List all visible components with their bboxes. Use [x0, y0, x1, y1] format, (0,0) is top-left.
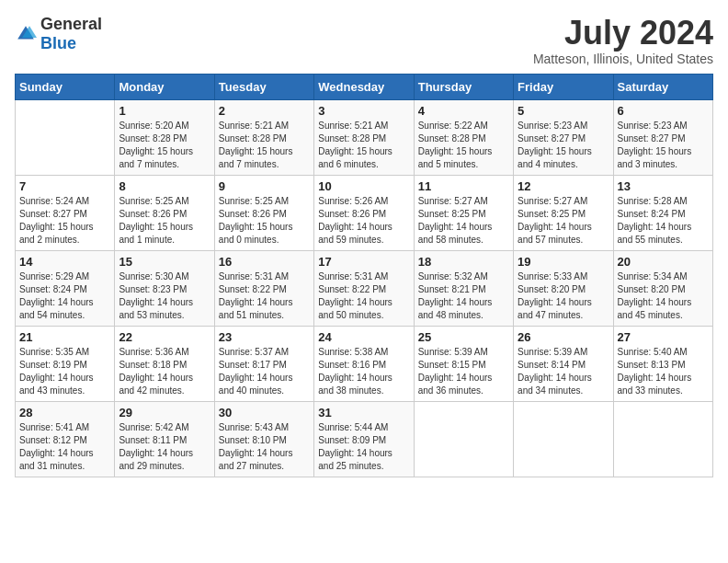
day-number: 3: [318, 104, 409, 118]
calendar-cell: 19Sunrise: 5:33 AM Sunset: 8:20 PM Dayli…: [514, 250, 613, 326]
day-detail: Sunrise: 5:29 AM Sunset: 8:24 PM Dayligh…: [19, 270, 110, 322]
logo-blue: Blue: [40, 34, 76, 52]
day-number: 23: [219, 330, 310, 344]
calendar-cell: 6Sunrise: 5:23 AM Sunset: 8:27 PM Daylig…: [613, 99, 712, 175]
calendar-cell: 17Sunrise: 5:31 AM Sunset: 8:22 PM Dayli…: [314, 250, 414, 326]
day-detail: Sunrise: 5:44 AM Sunset: 8:09 PM Dayligh…: [318, 421, 409, 473]
day-detail: Sunrise: 5:20 AM Sunset: 8:28 PM Dayligh…: [119, 120, 210, 171]
weekday-header-saturday: Saturday: [613, 74, 712, 99]
day-detail: Sunrise: 5:38 AM Sunset: 8:16 PM Dayligh…: [318, 346, 409, 397]
logo-icon: [15, 23, 37, 45]
calendar-cell: 21Sunrise: 5:35 AM Sunset: 8:19 PM Dayli…: [16, 326, 115, 401]
calendar-cell: [16, 99, 115, 175]
day-number: 17: [318, 255, 409, 269]
day-number: 13: [618, 179, 709, 193]
day-number: 12: [518, 179, 609, 193]
day-detail: Sunrise: 5:31 AM Sunset: 8:22 PM Dayligh…: [219, 270, 310, 322]
title-block: July 2024 Matteson, Illinois, United Sta…: [533, 15, 713, 66]
calendar-cell: 1Sunrise: 5:20 AM Sunset: 8:28 PM Daylig…: [115, 99, 214, 175]
calendar-cell: 12Sunrise: 5:27 AM Sunset: 8:25 PM Dayli…: [514, 175, 613, 250]
calendar-cell: [514, 401, 613, 477]
day-number: 24: [318, 330, 409, 344]
day-number: 6: [618, 104, 709, 118]
day-number: 21: [19, 330, 110, 344]
calendar-cell: 10Sunrise: 5:26 AM Sunset: 8:26 PM Dayli…: [314, 175, 414, 250]
day-detail: Sunrise: 5:24 AM Sunset: 8:27 PM Dayligh…: [19, 195, 110, 247]
calendar-cell: 2Sunrise: 5:21 AM Sunset: 8:28 PM Daylig…: [214, 99, 313, 175]
calendar-cell: 16Sunrise: 5:31 AM Sunset: 8:22 PM Dayli…: [214, 250, 313, 326]
calendar-cell: 23Sunrise: 5:37 AM Sunset: 8:17 PM Dayli…: [214, 326, 313, 401]
day-detail: Sunrise: 5:21 AM Sunset: 8:28 PM Dayligh…: [219, 120, 310, 171]
calendar-cell: 13Sunrise: 5:28 AM Sunset: 8:24 PM Dayli…: [613, 175, 712, 250]
day-number: 29: [119, 406, 210, 419]
weekday-header-monday: Monday: [115, 74, 214, 99]
day-detail: Sunrise: 5:28 AM Sunset: 8:24 PM Dayligh…: [618, 195, 709, 247]
weekday-header-wednesday: Wednesday: [314, 74, 414, 99]
day-number: 1: [119, 104, 210, 118]
day-number: 2: [219, 104, 310, 118]
calendar-cell: 28Sunrise: 5:41 AM Sunset: 8:12 PM Dayli…: [16, 401, 115, 477]
day-detail: Sunrise: 5:35 AM Sunset: 8:19 PM Dayligh…: [19, 346, 110, 397]
day-detail: Sunrise: 5:37 AM Sunset: 8:17 PM Dayligh…: [219, 346, 310, 397]
main-title: July 2024: [533, 15, 713, 52]
calendar-cell: 24Sunrise: 5:38 AM Sunset: 8:16 PM Dayli…: [314, 326, 414, 401]
calendar-cell: 26Sunrise: 5:39 AM Sunset: 8:14 PM Dayli…: [514, 326, 613, 401]
calendar-cell: 29Sunrise: 5:42 AM Sunset: 8:11 PM Dayli…: [115, 401, 214, 477]
weekday-header-tuesday: Tuesday: [214, 74, 313, 99]
day-detail: Sunrise: 5:25 AM Sunset: 8:26 PM Dayligh…: [119, 195, 210, 247]
calendar-week-row: 21Sunrise: 5:35 AM Sunset: 8:19 PM Dayli…: [16, 326, 713, 401]
day-detail: Sunrise: 5:21 AM Sunset: 8:28 PM Dayligh…: [318, 120, 409, 171]
calendar-cell: 22Sunrise: 5:36 AM Sunset: 8:18 PM Dayli…: [115, 326, 214, 401]
day-detail: Sunrise: 5:39 AM Sunset: 8:15 PM Dayligh…: [418, 346, 509, 397]
weekday-header-friday: Friday: [514, 74, 613, 99]
day-number: 25: [418, 330, 509, 344]
day-number: 10: [318, 179, 409, 193]
day-number: 19: [518, 255, 609, 269]
calendar-cell: 18Sunrise: 5:32 AM Sunset: 8:21 PM Dayli…: [414, 250, 513, 326]
day-detail: Sunrise: 5:34 AM Sunset: 8:20 PM Dayligh…: [618, 270, 709, 322]
day-detail: Sunrise: 5:41 AM Sunset: 8:12 PM Dayligh…: [19, 421, 110, 473]
calendar-cell: 4Sunrise: 5:22 AM Sunset: 8:28 PM Daylig…: [414, 99, 513, 175]
calendar-cell: 11Sunrise: 5:27 AM Sunset: 8:25 PM Dayli…: [414, 175, 513, 250]
day-detail: Sunrise: 5:25 AM Sunset: 8:26 PM Dayligh…: [219, 195, 310, 247]
day-detail: Sunrise: 5:27 AM Sunset: 8:25 PM Dayligh…: [418, 195, 509, 247]
day-number: 20: [618, 255, 709, 269]
day-detail: Sunrise: 5:23 AM Sunset: 8:27 PM Dayligh…: [618, 120, 709, 171]
calendar-cell: 27Sunrise: 5:40 AM Sunset: 8:13 PM Dayli…: [613, 326, 712, 401]
day-detail: Sunrise: 5:36 AM Sunset: 8:18 PM Dayligh…: [119, 346, 210, 397]
day-detail: Sunrise: 5:43 AM Sunset: 8:10 PM Dayligh…: [219, 421, 310, 473]
calendar-cell: 15Sunrise: 5:30 AM Sunset: 8:23 PM Dayli…: [115, 250, 214, 326]
day-detail: Sunrise: 5:26 AM Sunset: 8:26 PM Dayligh…: [318, 195, 409, 247]
weekday-header-sunday: Sunday: [16, 74, 115, 99]
logo-general: General: [40, 15, 102, 33]
calendar-week-row: 14Sunrise: 5:29 AM Sunset: 8:24 PM Dayli…: [16, 250, 713, 326]
calendar-cell: 5Sunrise: 5:23 AM Sunset: 8:27 PM Daylig…: [514, 99, 613, 175]
calendar-week-row: 1Sunrise: 5:20 AM Sunset: 8:28 PM Daylig…: [16, 99, 713, 175]
day-number: 15: [119, 255, 210, 269]
day-detail: Sunrise: 5:30 AM Sunset: 8:23 PM Dayligh…: [119, 270, 210, 322]
calendar-cell: 9Sunrise: 5:25 AM Sunset: 8:26 PM Daylig…: [214, 175, 313, 250]
day-number: 26: [518, 330, 609, 344]
day-number: 4: [418, 104, 509, 118]
weekday-header-row: SundayMondayTuesdayWednesdayThursdayFrid…: [16, 74, 713, 99]
calendar-cell: 14Sunrise: 5:29 AM Sunset: 8:24 PM Dayli…: [16, 250, 115, 326]
calendar-cell: [613, 401, 712, 477]
weekday-header-thursday: Thursday: [414, 74, 513, 99]
page-header: General Blue July 2024 Matteson, Illinoi…: [15, 15, 713, 66]
day-number: 8: [119, 179, 210, 193]
calendar-cell: 7Sunrise: 5:24 AM Sunset: 8:27 PM Daylig…: [16, 175, 115, 250]
day-detail: Sunrise: 5:32 AM Sunset: 8:21 PM Dayligh…: [418, 270, 509, 322]
day-detail: Sunrise: 5:22 AM Sunset: 8:28 PM Dayligh…: [418, 120, 509, 171]
day-detail: Sunrise: 5:23 AM Sunset: 8:27 PM Dayligh…: [518, 120, 609, 171]
day-detail: Sunrise: 5:39 AM Sunset: 8:14 PM Dayligh…: [518, 346, 609, 397]
day-number: 7: [19, 179, 110, 193]
day-number: 14: [19, 255, 110, 269]
calendar-cell: 30Sunrise: 5:43 AM Sunset: 8:10 PM Dayli…: [214, 401, 313, 477]
calendar-week-row: 7Sunrise: 5:24 AM Sunset: 8:27 PM Daylig…: [16, 175, 713, 250]
calendar-body: 1Sunrise: 5:20 AM Sunset: 8:28 PM Daylig…: [16, 99, 713, 477]
calendar-cell: 25Sunrise: 5:39 AM Sunset: 8:15 PM Dayli…: [414, 326, 513, 401]
logo: General Blue: [15, 15, 102, 53]
calendar-cell: 20Sunrise: 5:34 AM Sunset: 8:20 PM Dayli…: [613, 250, 712, 326]
calendar-cell: 31Sunrise: 5:44 AM Sunset: 8:09 PM Dayli…: [314, 401, 414, 477]
day-detail: Sunrise: 5:40 AM Sunset: 8:13 PM Dayligh…: [618, 346, 709, 397]
